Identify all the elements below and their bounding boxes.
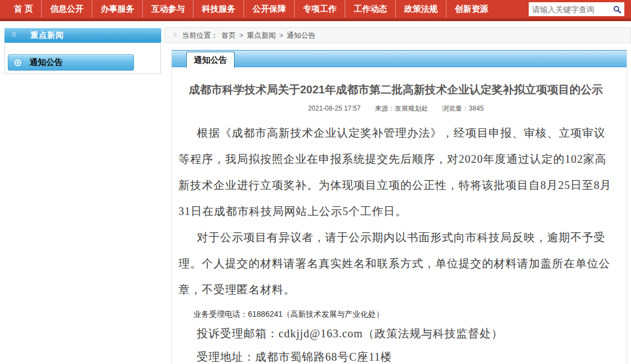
nav-item-special-work[interactable]: 专项工作 (294, 0, 345, 18)
contact-address-line: 受理地址：成都市蜀锦路68号C座11楼 (178, 345, 613, 364)
sidebar-header: ⠿ 重点新闻 (4, 28, 161, 43)
content-panel: 通知公告 成都市科学技术局关于2021年成都市第二批高新技术企业认定奖补拟立项项… (171, 50, 627, 364)
contact-email-line: 投诉受理邮箱：cdkjjd@163.com（政策法规与科技监督处） (178, 322, 613, 345)
breadcrumb-separator: > (239, 31, 244, 39)
breadcrumb: ⠿ 当前位置： 首页 > 重点新闻 > 通知公告 (165, 27, 631, 43)
article-meta: 2021-08-25 17:57 来源：发展规划处 浏览量：3845 (178, 104, 613, 113)
sidebar-item-notices[interactable]: 通知公告 (8, 54, 134, 71)
radio-circle-icon (14, 59, 21, 66)
tab-bar: 通知公告 (172, 50, 627, 67)
nav-item-open-guarantee[interactable]: 公开保障 (244, 0, 294, 18)
nav-item-home[interactable]: 首 页 (6, 0, 41, 18)
sidebar-menu: 通知公告 (4, 43, 161, 74)
article-title: 成都市科学技术局关于2021年成都市第二批高新技术企业认定奖补拟立项项目的公示 (178, 82, 613, 97)
sidebar-item-label: 通知公告 (29, 57, 63, 68)
article-paragraph: 根据《成都市高新技术企业认定奖补管理办法》，经项目申报、审核、立项审议等程序，我… (178, 120, 613, 225)
nav-item-work-news[interactable]: 工作动态 (345, 0, 395, 18)
breadcrumb-link-notices[interactable]: 通知公告 (287, 31, 316, 41)
breadcrumb-link-key-news[interactable]: 重点新闻 (247, 31, 276, 41)
sidebar-title: 重点新闻 (31, 31, 64, 41)
grid-dots-icon: ⠿ (12, 32, 16, 38)
nav-item-interaction[interactable]: 互动参与 (142, 0, 193, 18)
article-body: 根据《成都市高新技术企业认定奖补管理办法》，经项目申报、审核、立项审议等程序，我… (178, 120, 613, 364)
nav-item-info-disclosure[interactable]: 信息公开 (41, 0, 92, 18)
search-input[interactable] (529, 2, 613, 16)
contact-phone-line: 业务受理电话：61886241（高新技术发展与产业化处） (178, 306, 613, 322)
nav-item-tech-services[interactable]: 科技服务 (193, 0, 244, 18)
nav-item-innovation-resources[interactable]: 创新资源 (446, 0, 496, 18)
article-views: 浏览量：3845 (442, 104, 484, 112)
search-icon[interactable] (613, 5, 622, 14)
breadcrumb-separator: > (279, 31, 284, 39)
article: 成都市科学技术局关于2021年成都市第二批高新技术企业认定奖补拟立项项目的公示 … (172, 67, 627, 364)
breadcrumb-prefix: 当前位置： (182, 31, 218, 41)
nav-item-policies[interactable]: 政策法规 (395, 0, 446, 18)
search-box (529, 2, 624, 16)
grid-dots-icon: ⠿ (173, 33, 177, 38)
nav-bottom-strip (0, 18, 631, 21)
breadcrumb-link-home[interactable]: 首页 (221, 31, 236, 41)
nav-item-services[interactable]: 办事服务 (92, 0, 142, 18)
article-date: 2021-08-25 17:57 (308, 104, 361, 112)
tab-notices[interactable]: 通知公告 (186, 52, 235, 68)
article-source: 来源：发展规划处 (375, 104, 428, 112)
article-paragraph: 对于公示项目有异议者，请于公示期内以书面形式向市科技局反映，逾期不予受理。个人提… (178, 225, 613, 303)
top-nav: 首 页 信息公开 办事服务 互动参与 科技服务 公开保障 专项工作 工作动态 政… (0, 0, 631, 21)
